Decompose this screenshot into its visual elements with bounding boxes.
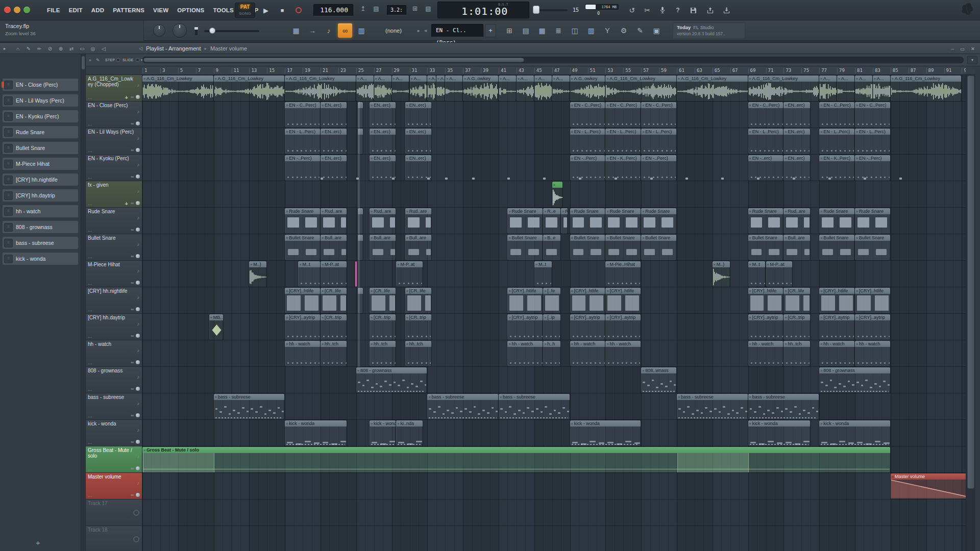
track-mute-led[interactable] — [136, 281, 140, 285]
track-menu-dots[interactable]: ⋯ — [88, 361, 93, 366]
window-minimize-light[interactable] — [14, 7, 20, 13]
link-tool-button[interactable]: ∞ — [338, 23, 352, 38]
clip-hh-tch[interactable]: ≡hh..tch — [321, 341, 347, 366]
track-header-2[interactable]: EN - Close (Perc)⋯♪∞ — [86, 102, 142, 128]
clip-a[interactable]: »A... — [873, 76, 890, 101]
render-button[interactable] — [720, 4, 733, 16]
track-menu-dots[interactable]: ⋯ — [88, 96, 93, 101]
clip-a[interactable]: »A... — [499, 76, 516, 101]
clip-cry-htlife[interactable]: ≡[CRY]..htlife — [605, 288, 641, 313]
track-lane-17[interactable] — [142, 499, 966, 526]
clip-ki-nda[interactable]: ≡ki..nda — [396, 420, 422, 446]
clip-gross-beat-mute-solo[interactable]: ≡Gross Beat - Mute / solo — [142, 447, 890, 472]
clip-en-erc[interactable]: ≡EN..erc) — [783, 129, 810, 154]
clip-hh-tch[interactable]: ≡hh..tch — [405, 341, 431, 366]
track-mute-led[interactable] — [136, 360, 140, 364]
position-display[interactable]: 3.2: — [387, 5, 406, 15]
clip-m-t[interactable]: ≡M..t — [298, 261, 320, 287]
track-menu-dots[interactable]: ⋯ — [88, 202, 93, 207]
clip-hh-watch[interactable]: ≡hh - watch — [819, 341, 854, 366]
track-link-icon[interactable]: ∞ — [131, 387, 134, 391]
clip-en-perc[interactable]: ≡EN -..Perc) — [855, 155, 890, 181]
clip-cr-life[interactable]: ≡[CR..life — [370, 288, 396, 313]
vertical-scroll-thumb[interactable] — [967, 76, 974, 489]
clip-bullet-snare[interactable]: ≡Bullet Snare — [285, 235, 320, 260]
clip-a[interactable]: »A... — [374, 76, 391, 101]
nudge-up-icon[interactable]: ↥ — [357, 5, 369, 12]
track-menu-dots[interactable]: ⋯ — [88, 282, 93, 287]
clip-cr-trip[interactable]: ≡[CR..trip — [370, 314, 396, 340]
track-link-icon[interactable]: ∞ — [131, 281, 134, 285]
clip-cry-htlife[interactable]: ≡[CRY]..htlife — [507, 288, 543, 313]
clip-a[interactable]: »A... — [410, 76, 427, 101]
clip-rude-snare[interactable]: ≡Rude Snare — [641, 208, 676, 234]
typing-keyboard-icon[interactable]: ▤ — [371, 5, 382, 12]
stop-button[interactable]: ■ — [276, 4, 289, 16]
horizontal-scroll-thumb[interactable] — [143, 58, 524, 62]
clip-h-h[interactable]: ≡h..h — [543, 341, 560, 366]
track-header-5[interactable]: fx - given⋯♪∞+ — [86, 181, 142, 208]
clip-hh-tch[interactable]: ≡hh..tch — [370, 341, 396, 366]
export-button[interactable] — [703, 4, 717, 16]
track-header-18[interactable]: Track 18 — [86, 526, 142, 551]
clip-bullet-snare[interactable]: ≡Bullet Snare — [605, 235, 641, 260]
step-toggle[interactable] — [116, 58, 120, 62]
record-button[interactable] — [292, 4, 305, 16]
clip-en-l-perc[interactable]: ≡EN - L..Perc) — [285, 129, 320, 154]
clip-en-erc[interactable]: ≡EN..erc) — [405, 102, 431, 128]
pitch-knob[interactable] — [173, 23, 187, 38]
track-lane-13[interactable]: ≡bass - subreese≡bass - subreese≡bass - … — [142, 393, 966, 420]
track-mute-led[interactable] — [136, 148, 140, 152]
track-mute-led[interactable] — [136, 440, 140, 444]
track-lane-4[interactable]: ≡EN -..Perc)≡EN..erc)≡EN..erc)≡EN..erc)≡… — [142, 155, 966, 181]
maximize-button[interactable]: ▭ — [960, 46, 965, 52]
clip-cry-aytrip[interactable]: ≡[CRY]..aytrip — [819, 314, 854, 340]
clip[interactable] — [358, 208, 362, 234]
track-lane-3[interactable]: ≡EN - L..Perc)≡EN..erc)≡EN..erc)≡EN..erc… — [142, 128, 966, 155]
window-zoom-light[interactable] — [23, 7, 30, 13]
track-header-3[interactable]: EN - Lil Ways (Perc)⋯♪∞ — [86, 128, 142, 155]
clip-a[interactable]: »A... — [837, 76, 854, 101]
clip-a[interactable]: »A... — [534, 76, 552, 101]
track-lane-10[interactable]: »MB..1)≡[CRY]..aytrip≡[CR..trip≡[CR..tri… — [142, 314, 966, 340]
pat-song-switch[interactable]: PAT SONG — [235, 3, 255, 18]
help-button[interactable]: ? — [671, 4, 684, 16]
clip-fe[interactable]: ≡[..fe — [543, 288, 560, 313]
master-volume-knob[interactable] — [209, 28, 215, 34]
track-header-7[interactable]: Bullet Snare⋯♪∞ — [86, 234, 142, 261]
pattern-item-4[interactable]: ⠿Rude Snare — [3, 126, 78, 138]
track-header-6[interactable]: Rude Snare⋯♪∞ — [86, 208, 142, 234]
clip[interactable] — [358, 288, 362, 313]
track-header-15[interactable]: Gross Beat - Mute / solo⋯♪∞ — [86, 446, 142, 473]
clip-bullet-snare[interactable]: ≡Bullet Snare — [641, 235, 676, 260]
track-header-16[interactable]: Master volume⋯♪∞ — [86, 473, 142, 499]
clip-kick-wonda[interactable]: ≡kick - wonda — [570, 420, 641, 446]
clip-a[interactable]: »A... — [517, 76, 534, 101]
track-menu-dots[interactable]: ⋯ — [88, 414, 93, 419]
pattern-item-10[interactable]: ⠿808 - grownass — [3, 221, 78, 233]
clip-bullet-snare[interactable]: ≡Bullet Snare — [819, 235, 854, 260]
track-header-8[interactable]: M-Piece Hihat⋯♪∞ — [86, 261, 142, 287]
clip-hh-tch[interactable]: ≡hh..tch — [783, 341, 810, 366]
clip-en-erc[interactable]: ≡EN -..erc) — [748, 155, 783, 181]
track-link-icon[interactable]: ∞ — [131, 466, 134, 471]
track-mute-led[interactable] — [136, 254, 140, 258]
clip-kick-wonda[interactable]: ≡kick - wonda — [285, 420, 347, 446]
delete-icon[interactable]: ⊘ — [45, 44, 55, 53]
clip-m[interactable]: »M..) — [713, 261, 730, 287]
track-menu-dots[interactable]: ⋯ — [88, 441, 93, 446]
clip-cry-htlife[interactable]: ≡[CRY]..htlife — [855, 288, 890, 313]
clip-en-erc[interactable]: ≡EN..erc) — [321, 129, 347, 154]
clip-en-c-perc[interactable]: ≡EN - C..Perc) — [748, 102, 783, 128]
controller-selector[interactable]: (none) — [385, 20, 402, 41]
paint-icon[interactable]: ✏ — [35, 44, 44, 53]
clip-rude-snare[interactable]: ≡Rude Snare — [819, 208, 854, 234]
clip-en-perc[interactable]: ≡EN -..Perc) — [285, 155, 320, 181]
clip-808-grownass[interactable]: ≡808 - grownass — [356, 367, 427, 393]
pat-mode-label[interactable]: PAT — [235, 3, 255, 11]
clip-a-g-owkey[interactable]: »A.G..owkey — [463, 76, 498, 101]
track-mute-led[interactable] — [136, 174, 140, 179]
track-menu-dots[interactable]: ⋯ — [88, 494, 93, 499]
track-lane-16[interactable]: ≡Master volume — [142, 473, 966, 499]
clip-a[interactable]: »A... — [392, 76, 409, 101]
